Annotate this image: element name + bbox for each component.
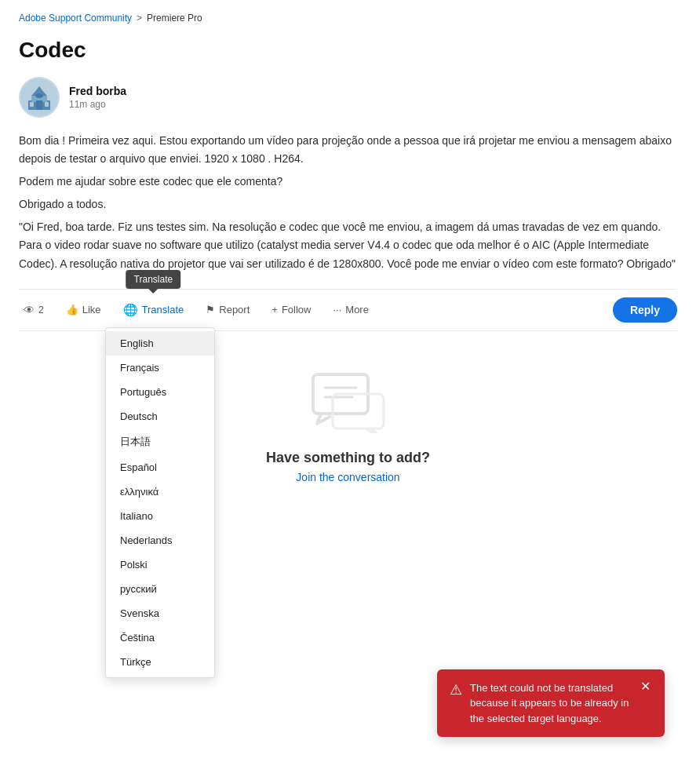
report-button[interactable]: ⚑ Report bbox=[201, 301, 254, 319]
post-content: Bom dia ! Primeira vez aqui. Estou expor… bbox=[19, 132, 677, 273]
reply-button[interactable]: Reply bbox=[613, 297, 677, 323]
like-label: Like bbox=[82, 304, 101, 315]
error-close-button[interactable]: ✕ bbox=[639, 680, 652, 693]
breadcrumb-separator: > bbox=[137, 13, 142, 24]
lang-polski[interactable]: Polski bbox=[106, 552, 214, 577]
translate-icon: 🌐 bbox=[123, 303, 138, 317]
author-info: Fred borba 11m ago bbox=[69, 85, 126, 110]
svg-rect-4 bbox=[36, 100, 42, 110]
post-title: Codec bbox=[19, 38, 677, 63]
lang-deutsch[interactable]: Deutsch bbox=[106, 404, 214, 428]
breadcrumb-community-link[interactable]: Adobe Support Community bbox=[19, 13, 132, 24]
lang-italiano[interactable]: Italiano bbox=[106, 504, 214, 528]
error-notification: ⚠ The text could not be translated becau… bbox=[437, 669, 665, 738]
lang-portugues[interactable]: Português bbox=[106, 380, 214, 404]
plus-icon: + bbox=[271, 304, 278, 315]
translate-button[interactable]: Translate 🌐 Translate bbox=[118, 300, 189, 320]
post-time: 11m ago bbox=[69, 99, 126, 110]
content-para-3: Obrigado a todos. bbox=[19, 195, 677, 213]
svg-rect-10 bbox=[333, 394, 384, 428]
thumbs-up-icon: 👍 bbox=[66, 304, 78, 315]
chat-icon bbox=[309, 370, 388, 436]
view-number: 2 bbox=[38, 304, 44, 315]
lang-russian[interactable]: русский bbox=[106, 577, 214, 601]
lang-svenska[interactable]: Svenska bbox=[106, 601, 214, 625]
content-para-4: "Oi Fred, boa tarde. Fiz uns testes sim.… bbox=[19, 218, 677, 272]
author-name: Fred borba bbox=[69, 85, 126, 97]
error-text: The text could not be translated because… bbox=[470, 680, 631, 727]
view-count: 👁 2 bbox=[19, 301, 49, 319]
like-button[interactable]: 👍 Like bbox=[61, 301, 106, 319]
translate-label: Translate bbox=[142, 304, 184, 315]
empty-state-title: Have something to add? bbox=[266, 450, 430, 466]
lang-turkce[interactable]: Türkçe bbox=[106, 650, 214, 674]
lang-japanese[interactable]: 日本語 bbox=[106, 428, 214, 455]
report-label: Report bbox=[219, 304, 250, 315]
content-para-2: Podem me ajudar sobre este codec que ele… bbox=[19, 173, 677, 191]
lang-greek[interactable]: ελληνικά bbox=[106, 480, 214, 504]
svg-rect-5 bbox=[30, 102, 34, 107]
flag-icon: ⚑ bbox=[206, 304, 215, 315]
avatar bbox=[19, 77, 60, 118]
lang-english[interactable]: English bbox=[106, 331, 214, 356]
action-bar-left: 👁 2 👍 Like Translate 🌐 Translate ⚑ Repor… bbox=[19, 300, 374, 320]
more-dots-icon: ··· bbox=[333, 304, 341, 315]
follow-button[interactable]: + Follow bbox=[267, 301, 315, 319]
lang-francais[interactable]: Français bbox=[106, 356, 214, 380]
join-conversation-link[interactable]: Join the conversation bbox=[296, 471, 399, 483]
svg-point-3 bbox=[35, 93, 43, 98]
more-button[interactable]: ··· More bbox=[328, 301, 373, 319]
translate-dropdown: English Français Português Deutsch 日本語 E… bbox=[105, 327, 215, 678]
lang-cestina[interactable]: Čeština bbox=[106, 625, 214, 650]
eye-icon: 👁 bbox=[24, 304, 35, 316]
author-section: Fred borba 11m ago bbox=[19, 77, 677, 118]
avatar-icon bbox=[20, 78, 58, 116]
follow-label: Follow bbox=[282, 304, 312, 315]
lang-nederlands[interactable]: Nederlands bbox=[106, 528, 214, 552]
action-bar: 👁 2 👍 Like Translate 🌐 Translate ⚑ Repor… bbox=[19, 289, 677, 331]
svg-rect-6 bbox=[45, 102, 49, 107]
warning-icon: ⚠ bbox=[450, 681, 462, 698]
more-label: More bbox=[345, 304, 369, 315]
breadcrumb-current: Premiere Pro bbox=[147, 13, 202, 24]
lang-espanol[interactable]: Español bbox=[106, 455, 214, 480]
content-para-1: Bom dia ! Primeira vez aqui. Estou expor… bbox=[19, 132, 677, 168]
breadcrumb: Adobe Support Community > Premiere Pro bbox=[19, 13, 677, 24]
